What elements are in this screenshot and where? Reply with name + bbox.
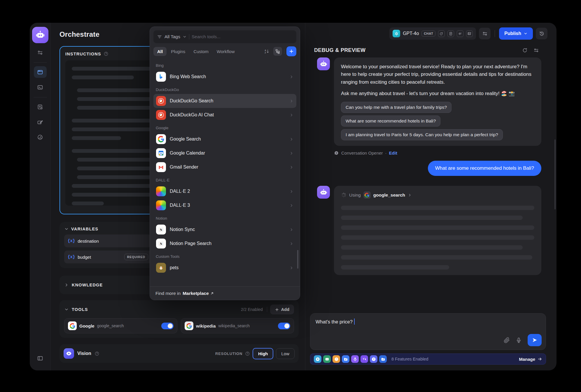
model-settings-button[interactable] — [479, 28, 491, 39]
publish-button[interactable]: Publish — [499, 27, 533, 40]
tool-row-dalle-3[interactable]: DALL·E 3 — [153, 198, 296, 212]
vision-eye-icon — [64, 348, 74, 359]
arrow-up-right-icon — [210, 291, 214, 295]
audio-capability-icon — [457, 30, 463, 37]
tool-name: DALL·E 3 — [170, 203, 190, 208]
section-header: Bing — [156, 63, 294, 68]
resolution-low-button[interactable]: Low — [276, 348, 295, 359]
chevron-right-icon — [289, 266, 294, 270]
marketplace-link[interactable]: Marketplace — [183, 291, 214, 296]
tool-row-google-calendar[interactable]: Google Calendar — [153, 146, 296, 160]
instructions-title: INSTRUCTIONS — [65, 52, 101, 56]
microphone-icon[interactable] — [516, 337, 522, 343]
resolution-high-button[interactable]: High — [253, 348, 273, 359]
edit-opener-link[interactable]: Edit — [389, 150, 397, 155]
tool-row-notion-sync[interactable]: Notion Sync — [153, 223, 296, 237]
tool-row-dalle-2[interactable]: DALL·E 2 — [153, 184, 296, 198]
variable-row-destination[interactable]: {x} destination — [64, 235, 152, 247]
manage-features-link[interactable]: Manage — [519, 357, 542, 362]
google-icon — [156, 134, 166, 144]
version-history-button[interactable] — [536, 28, 547, 39]
sidebar-item-logs[interactable] — [34, 101, 47, 113]
chat-bubble-icon — [334, 150, 339, 155]
robot-icon — [320, 188, 328, 196]
chevron-right-icon — [289, 189, 294, 194]
bot-avatar — [317, 57, 330, 70]
section-header: Notion — [156, 216, 294, 220]
sidebar-item-annotations[interactable] — [34, 116, 47, 128]
tool-search-input[interactable] — [192, 34, 293, 39]
features-enabled-summary: 8 Features Enabled — [391, 357, 428, 361]
chat-input-value: What's the price? — [316, 319, 353, 324]
tab-all[interactable]: All — [153, 47, 167, 56]
create-tool-button[interactable] — [286, 46, 296, 56]
send-button[interactable] — [528, 334, 542, 346]
add-tool-button[interactable]: Add — [270, 304, 294, 314]
help-icon[interactable] — [104, 51, 108, 56]
tab-workflow[interactable]: Workflow — [213, 47, 238, 56]
marketplace-footer[interactable]: Find more in Marketplace — [150, 286, 300, 300]
tool-row-pets[interactable]: pets — [153, 261, 296, 275]
collapse-panel-button[interactable] — [34, 352, 47, 364]
google-icon — [185, 321, 193, 330]
tool-name: Google Search — [170, 136, 201, 142]
sidebar-item-monitoring[interactable] — [34, 131, 47, 143]
restart-icon[interactable] — [522, 48, 528, 53]
tool-row-notion-page-search[interactable]: Notion Page Search — [153, 237, 296, 251]
tool-row-duckduckgo-ai-chat[interactable]: DuckDuckGo AI Chat — [153, 108, 296, 122]
tool-row-google-search[interactable]: Google Search — [153, 132, 296, 146]
app-window: Orchestrate INSTRUCTIONS — [30, 23, 556, 370]
model-selector[interactable]: GPT-4o CHAT — [389, 27, 476, 40]
model-name: GPT-4o — [403, 31, 419, 36]
preview-settings-icon[interactable] — [533, 48, 539, 53]
tools-enabled-summary: 2/2 Enabled — [241, 307, 263, 312]
user-message-bubble: What are some recommended hotels in Bali… — [428, 161, 541, 176]
tags-filter[interactable]: All Tags — [164, 34, 180, 39]
tool-toggle-wikipedia-search[interactable] — [278, 323, 290, 329]
variable-row-budget[interactable]: {x} budget REQUIRED — [64, 251, 152, 263]
notion-icon — [156, 225, 166, 235]
text-cursor — [354, 318, 355, 325]
help-icon[interactable] — [94, 351, 99, 356]
tool-card-wikipedia-search[interactable]: wikipedia wikipedia_search — [181, 318, 294, 333]
opener-paragraph: Ask me anything about travel - let's tur… — [341, 90, 534, 97]
chat-scrollbar[interactable] — [554, 139, 556, 209]
tool-name: DuckDuckGo Search — [170, 98, 213, 104]
tab-plugins[interactable]: Plugins — [167, 47, 189, 56]
app-robot-avatar[interactable] — [32, 27, 48, 43]
opener-paragraph: Welcome to your personalized travel serv… — [341, 63, 534, 86]
chevron-down-icon[interactable] — [64, 307, 69, 312]
tool-row-gmail-sender[interactable]: Gmail Sender — [153, 160, 296, 174]
features-bar[interactable]: 8 Features Enabled Manage — [310, 354, 546, 365]
suggestion-chip[interactable]: I am planning travel to Paris for 5 days… — [341, 129, 503, 140]
conversation-opener-row: Conversation Opener · Edit — [334, 150, 541, 155]
group-by-provider-button[interactable] — [273, 47, 282, 56]
sidebar-item-build[interactable] — [34, 66, 47, 78]
text-to-speech-feature-icon — [360, 355, 368, 363]
tools-title: TOOLS — [72, 307, 88, 312]
filter-icon — [157, 34, 162, 39]
chat-input[interactable]: What's the price? — [310, 313, 546, 350]
attachment-icon[interactable] — [504, 337, 510, 343]
required-badge: REQUIRED — [124, 254, 148, 260]
tool-row-duckduckgo-search[interactable]: DuckDuckGo Search — [153, 94, 296, 108]
sidebar-item-orchestrate[interactable] — [34, 47, 47, 58]
sort-az-button[interactable] — [262, 47, 271, 56]
chevron-right-icon — [289, 203, 294, 208]
send-icon — [532, 337, 538, 343]
help-icon[interactable] — [245, 351, 250, 356]
response-skeleton — [341, 206, 534, 270]
tool-card-google-search[interactable]: Google google_search — [64, 318, 177, 333]
tool-toggle-google-search[interactable] — [161, 323, 174, 329]
sidebar-item-terminal[interactable] — [34, 81, 47, 93]
chevron-right-icon — [408, 193, 412, 197]
tool-id: wikipedia_search — [218, 323, 250, 328]
tool-call-status[interactable]: Using google_search — [341, 191, 534, 199]
tool-call-name: google_search — [373, 192, 405, 198]
popup-scrollbar[interactable] — [297, 250, 298, 269]
bot-opener-bubble: Welcome to your personalized travel serv… — [334, 57, 541, 146]
suggestion-chip[interactable]: What are some recommended hotels in Bali… — [341, 116, 440, 127]
tool-row-bing-web-search[interactable]: Bing Web Search — [153, 70, 296, 84]
suggestion-chip[interactable]: Can you help me with a travel plan for f… — [341, 102, 452, 113]
tab-custom[interactable]: Custom — [190, 47, 212, 56]
